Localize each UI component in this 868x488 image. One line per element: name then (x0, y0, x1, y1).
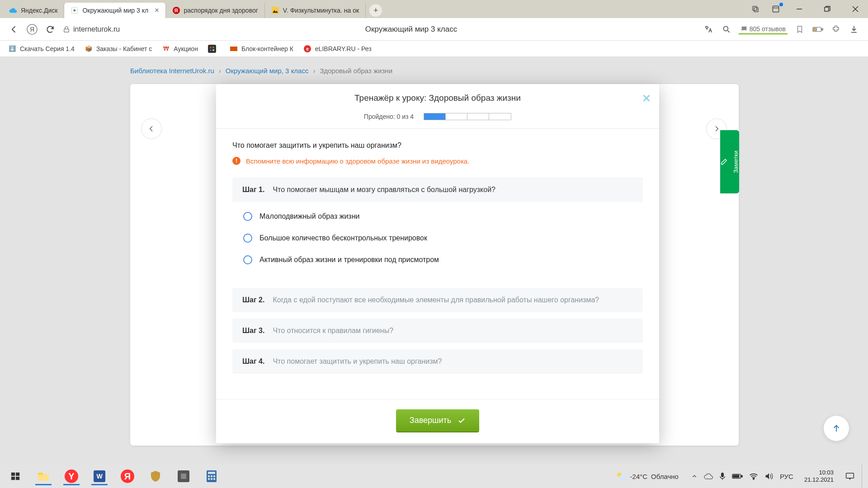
translate-icon[interactable] (703, 23, 714, 35)
notification-dot-icon (779, 3, 783, 6)
close-icon[interactable]: × (155, 7, 159, 14)
action-center-button[interactable] (840, 466, 860, 486)
progress-row: Пройдено: 0 из 4 (216, 110, 659, 128)
browser-tabstrip: Яндекс.Диск Окружающий мир 3 кл × Я расп… (0, 0, 868, 18)
tab-yandex-disk[interactable]: Яндекс.Диск (3, 3, 64, 18)
taskbar-item-yandex[interactable]: Я (115, 466, 140, 486)
radio-icon (243, 234, 252, 243)
svg-point-49 (753, 479, 755, 480)
tray-microphone-icon[interactable] (719, 472, 726, 480)
quiz-modal: Тренажёр к уроку: Здоровый образ жизни ✕… (216, 84, 659, 443)
step-3-block[interactable]: Шаг 3. Что относится к правилам гигиены? (232, 319, 643, 343)
window-minimize-button[interactable] (790, 2, 808, 16)
step-2-block[interactable]: Шаг 2. Когда с едой поступают все необхо… (232, 288, 643, 312)
lesson-card: Заметки Тренажёр к уроку: Здоровый образ… (130, 84, 739, 446)
notifications-icon[interactable] (771, 5, 780, 14)
tray-chevron-up-icon[interactable] (691, 473, 698, 479)
step-question: Что помогает мышцам и мозгу справляться … (273, 186, 495, 194)
bookmark-item[interactable]: Блок-контейнер К (230, 45, 293, 53)
tab-physminute[interactable]: V. Физкультминутка. на ок (265, 3, 366, 18)
svg-rect-48 (733, 475, 739, 478)
check-icon (458, 417, 466, 425)
extensions-icon[interactable] (830, 23, 842, 35)
zoom-icon[interactable] (721, 23, 732, 35)
start-button[interactable] (3, 466, 28, 486)
bookmark-item[interactable]: 📦Заказы - Кабинет с (85, 45, 152, 53)
step-4-block[interactable]: Шаг 4. Что помогает защитить и укрепить … (232, 349, 643, 374)
tray-wifi-icon[interactable] (749, 473, 758, 480)
progress-bar (424, 113, 511, 120)
reviews-count: 805 (750, 25, 760, 33)
bookmark-item[interactable]: eeLIBRARY.RU - Рез (303, 45, 372, 53)
finish-label: Завершить (410, 416, 451, 425)
taskbar-item-shield[interactable] (143, 466, 168, 486)
close-icon[interactable]: ✕ (642, 92, 651, 105)
reload-button[interactable] (44, 23, 56, 35)
taskbar-clock[interactable]: 10:03 21.12.2021 (800, 469, 838, 484)
prev-lesson-button[interactable] (141, 118, 162, 139)
chevron-right-icon: › (219, 67, 221, 75)
address-bar[interactable]: interneturok.ru (62, 25, 120, 33)
svg-point-44 (619, 475, 626, 479)
tray-volume-icon[interactable] (764, 472, 774, 480)
show-desktop-button[interactable] (862, 465, 865, 488)
hint-text: Вспомните всю информацию о здоровом обра… (246, 157, 469, 165)
clock-time: 10:03 (804, 469, 834, 476)
back-button[interactable] (8, 23, 20, 35)
radio-icon (243, 255, 252, 264)
progress-segment (424, 113, 446, 120)
tab-schedule[interactable]: Я распорядок дня здоровог (166, 3, 265, 18)
tab-interneturok[interactable]: Окружающий мир 3 кл × (64, 3, 165, 18)
package-icon: 📦 (85, 45, 93, 53)
svg-rect-30 (38, 474, 49, 481)
tray-battery-icon[interactable] (732, 473, 743, 479)
new-tab-button[interactable]: + (369, 4, 382, 17)
copy-icon[interactable] (750, 3, 761, 15)
scroll-top-button[interactable] (824, 416, 849, 441)
tray-onedrive-icon[interactable] (704, 473, 713, 480)
step-1-options: Малоподвижный образ жизни Большое количе… (232, 202, 643, 282)
breadcrumb-root[interactable]: Библиотека InternetUrok.ru (130, 67, 214, 75)
battery-icon[interactable] (812, 23, 824, 35)
bookmark-icon[interactable] (794, 23, 806, 35)
option-radio[interactable]: Активный образ жизни и тренировки под пр… (242, 249, 633, 271)
lock-icon (62, 25, 71, 33)
bookmark-item[interactable]: ₩Аукцион (162, 45, 198, 53)
svg-point-19 (210, 47, 212, 48)
info-icon: ! (232, 157, 241, 165)
svg-rect-31 (38, 473, 43, 475)
weather-widget[interactable]: -24°C Облачно (609, 471, 685, 481)
taskbar-item-game[interactable] (171, 466, 196, 486)
reviews-badge[interactable]: 805 отзывов (739, 24, 788, 34)
finish-button[interactable]: Завершить (396, 409, 479, 432)
bookmark-item[interactable] (208, 45, 220, 53)
svg-point-22 (212, 49, 214, 51)
option-radio[interactable]: Большое количество бесконтрольных тренир… (242, 227, 633, 249)
bookmark-item[interactable]: ⬇️Скачать Серия 1.4 (8, 45, 75, 53)
tray-language[interactable]: РУС (780, 473, 793, 480)
breadcrumb: Библиотека InternetUrok.ru › Окружающий … (130, 67, 392, 75)
taskbar-item-word[interactable]: W (87, 466, 112, 486)
window-maximize-button[interactable] (818, 2, 836, 16)
step-question: Когда с едой поступают все необходимые э… (273, 296, 599, 304)
yandex-home-button[interactable]: Я (26, 23, 38, 35)
taskbar-item-yandex-browser[interactable]: Y (59, 466, 84, 486)
window-close-button[interactable] (846, 2, 864, 16)
downloads-icon[interactable] (848, 23, 860, 35)
play-icon (71, 6, 79, 14)
main-question: Что помогает защитить и укрепить наш орг… (232, 141, 643, 150)
svg-rect-2 (754, 8, 758, 12)
option-label: Большое количество бесконтрольных тренир… (259, 234, 427, 242)
tab-label: Окружающий мир 3 кл (82, 7, 148, 14)
notes-side-tab[interactable]: Заметки (720, 130, 739, 193)
taskbar-item-explorer[interactable] (31, 466, 56, 486)
progress-segment (489, 113, 511, 120)
tab-label: Яндекс.Диск (21, 7, 57, 14)
breadcrumb-section[interactable]: Окружающий мир, 3 класс (226, 67, 309, 75)
svg-rect-42 (213, 478, 215, 480)
option-radio[interactable]: Малоподвижный образ жизни (242, 206, 633, 227)
container-icon (230, 45, 238, 53)
svg-rect-7 (825, 7, 829, 11)
svg-rect-29 (16, 477, 19, 480)
taskbar-item-calculator[interactable] (199, 466, 224, 486)
